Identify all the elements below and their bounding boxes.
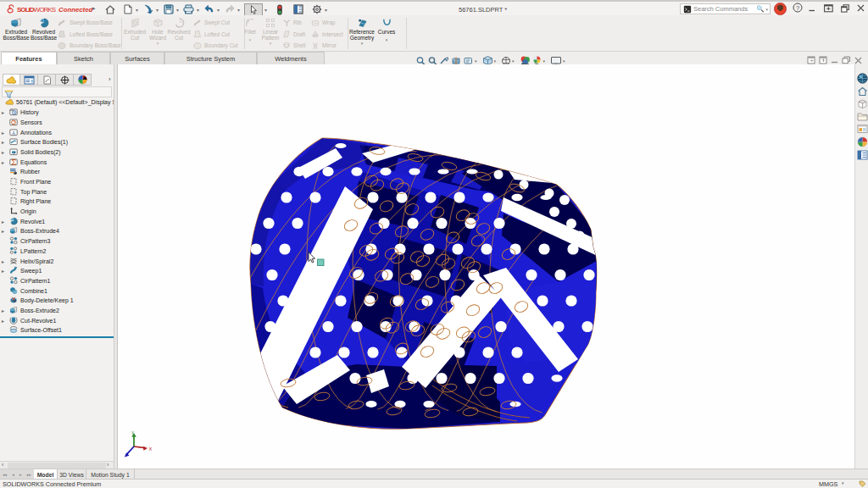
svg-text:Y: Y bbox=[131, 430, 135, 435]
svg-text:Connected: Connected bbox=[58, 6, 93, 14]
svg-text:?: ? bbox=[796, 4, 799, 12]
svg-text:A: A bbox=[12, 130, 15, 136]
svg-text:SOLIDWORKS: SOLIDWORKS bbox=[17, 6, 56, 14]
svg-text:X: X bbox=[149, 446, 153, 452]
